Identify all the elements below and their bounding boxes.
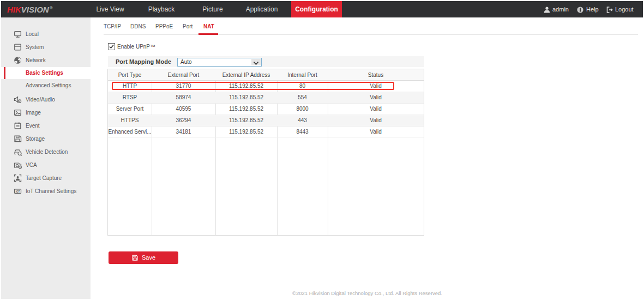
svg-text:IOT: IOT (16, 190, 20, 193)
